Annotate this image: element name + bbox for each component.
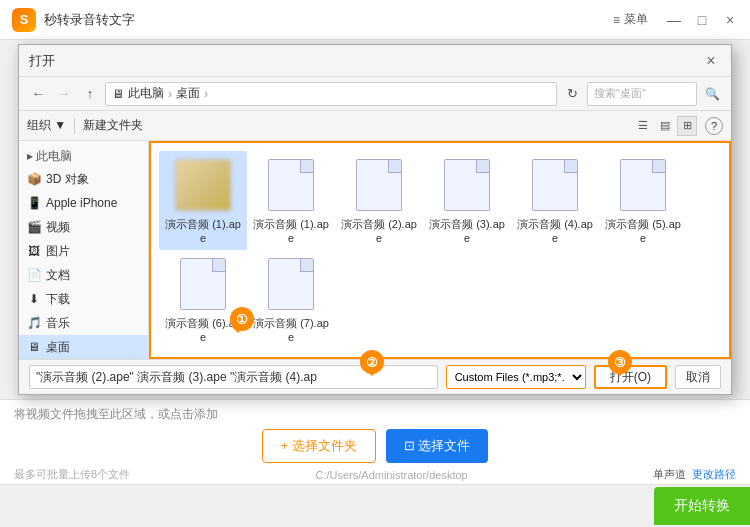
sidebar-item-desktop[interactable]: 🖥 桌面 [19,335,148,359]
sidebar-item-pictures[interactable]: 🖼 图片 [19,239,148,263]
file-name: 演示音频 (5).ape [603,217,683,246]
up-button[interactable]: ↑ [79,83,101,105]
drop-zone-text: 将视频文件拖拽至此区域，或点击添加 [14,406,218,423]
title-bar: S 秒转录音转文字 ≡ 菜单 — □ × [0,0,750,40]
new-folder-button[interactable]: 新建文件夹 [83,117,143,134]
batch-info-text: 最多可批量上传8个文件 [14,467,130,482]
doc-icon [356,159,402,211]
sidebar-section-pc-label: 此电脑 [36,148,72,165]
file-icon-container [351,157,407,213]
file-name: 演示音频 (2).ape [339,217,419,246]
file-name: 演示音频 (1).ape [163,217,243,246]
sidebar-3d-icon: 📦 [27,172,41,186]
file-thumbnail-container [175,157,231,213]
filetype-select[interactable]: Custom Files (*.mp3;*.m4a;*. [446,365,586,389]
doc-icon [444,159,490,211]
view-details-button[interactable]: ▤ [655,116,675,136]
cancel-button[interactable]: 取消 [675,365,721,389]
search-placeholder: 搜索"桌面" [594,86,646,101]
minimize-button[interactable]: — [666,12,682,28]
doc-icon [268,159,314,211]
select-file-button[interactable]: ⊡ 选择文件 [386,429,489,463]
doc-icon [180,258,226,310]
dialog-title: 打开 [29,52,701,70]
app-window: S 秒转录音转文字 ≡ 菜单 — □ × 打开 × ← → ↑ [0,0,750,527]
sidebar-3d-label: 3D 对象 [46,171,89,188]
file-name: 演示音频 (1).ape [251,217,331,246]
callout-1: ① [230,307,254,331]
refresh-button[interactable]: ↻ [561,83,583,105]
convert-button[interactable]: 开始转换 [654,487,750,525]
breadcrumb-computer-icon: 🖥 [112,87,124,101]
dialog-titlebar: 打开 × [19,45,731,77]
view-buttons: ☰ ▤ ⊞ [633,116,697,136]
sidebar-iphone-icon: 📱 [27,196,41,210]
callout-3: ③ [608,350,632,374]
breadcrumb[interactable]: 🖥 此电脑 › 桌面 › [105,82,557,106]
sidebar-item-music[interactable]: 🎵 音乐 [19,311,148,335]
app-title: 秒转录音转文字 [44,11,613,29]
file-dialog: 打开 × ← → ↑ 🖥 此电脑 › 桌面 › ↻ 搜索"桌面" [18,44,732,395]
list-item[interactable]: 演示音频 (4).ape [511,151,599,250]
sidebar-item-iphone[interactable]: 📱 Apple iPhone [19,191,148,215]
menu-button[interactable]: ≡ 菜单 [613,11,648,28]
sidebar-downloads-icon: ⬇ [27,292,41,306]
sidebar-item-docs[interactable]: 📄 文档 [19,263,148,287]
list-item[interactable]: 演示音频 (1).ape [159,151,247,250]
sidebar-video-icon: 🎬 [27,220,41,234]
view-icon-button[interactable]: ⊞ [677,116,697,136]
sidebar-docs-label: 文档 [46,267,70,284]
sidebar-music-label: 音乐 [46,315,70,332]
settings-link[interactable]: 更改路径 [692,467,736,482]
close-button[interactable]: × [722,12,738,28]
list-item[interactable]: 演示音频 (3).ape [423,151,511,250]
dialog-close-button[interactable]: × [701,51,721,71]
sidebar-item-video[interactable]: 🎬 视频 [19,215,148,239]
list-item[interactable]: 演示音频 (2).ape [335,151,423,250]
sidebar-downloads-label: 下载 [46,291,70,308]
file-name: 演示音频 (3).ape [427,217,507,246]
app-content: 打开 × ← → ↑ 🖥 此电脑 › 桌面 › ↻ 搜索"桌面" [0,40,750,399]
maximize-button[interactable]: □ [694,12,710,28]
sidebar-video-label: 视频 [46,219,70,236]
list-item[interactable]: 演示音频 (5).ape [599,151,687,250]
breadcrumb-sep1: › [168,87,172,101]
sidebar-pictures-icon: 🖼 [27,244,41,258]
breadcrumb-sep2: › [204,87,208,101]
search-bar[interactable]: 搜索"桌面" [587,82,697,106]
action-buttons: + 选择文件夹 ⊡ 选择文件 [14,429,736,463]
sidebar: ▸ 此电脑 📦 3D 对象 📱 Apple iPhone 🎬 视频 [19,141,149,359]
sidebar-section-pc: ▸ 此电脑 [19,145,148,167]
select-folder-button[interactable]: + 选择文件夹 [262,429,376,463]
mono-label: 单声道 [653,467,686,482]
sidebar-pictures-label: 图片 [46,243,70,260]
sidebar-item-downloads[interactable]: ⬇ 下载 [19,287,148,311]
view-list-button[interactable]: ☰ [633,116,653,136]
file-name: 演示音频 (7).ape [251,316,331,345]
file-name: 演示音频 (4).ape [515,217,595,246]
callout-2: ② [360,350,384,374]
forward-button[interactable]: → [53,83,75,105]
dialog-toolbar: 组织 ▼ 新建文件夹 ☰ ▤ ⊞ ? [19,111,731,141]
organize-button[interactable]: 组织 ▼ [27,117,66,134]
doc-icon [620,159,666,211]
doc-icon [532,159,578,211]
back-button[interactable]: ← [27,83,49,105]
list-item[interactable]: 演示音频 (7).ape [247,250,335,349]
breadcrumb-part2: 桌面 [176,85,200,102]
open-button[interactable]: 打开(O) [594,365,667,389]
doc-icon [268,258,314,310]
list-item[interactable]: 演示音频 (1).ape [247,151,335,250]
dialog-body: ▸ 此电脑 📦 3D 对象 📱 Apple iPhone 🎬 视频 [19,141,731,359]
file-icon-container [263,157,319,213]
help-button[interactable]: ? [705,117,723,135]
file-icon-container [615,157,671,213]
file-icon-container [263,256,319,312]
sidebar-item-3d[interactable]: 📦 3D 对象 [19,167,148,191]
file-icon-container [439,157,495,213]
search-icon[interactable]: 🔍 [701,83,723,105]
toolbar-separator [74,118,75,134]
sidebar-music-icon: 🎵 [27,316,41,330]
path-text: C:/Users/Administrator/desktop [315,469,467,481]
app-logo: S [12,8,36,32]
